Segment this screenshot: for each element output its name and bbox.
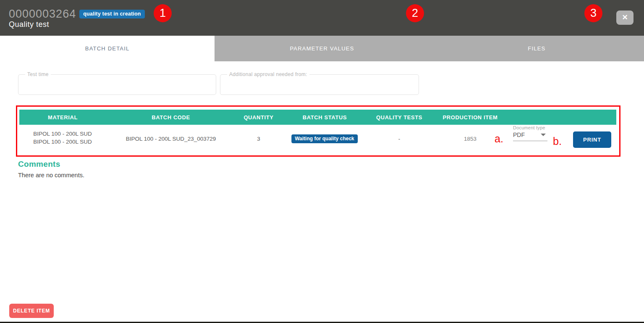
batch-table-annotation-box: MATERIAL BATCH CODE QUANTITY BATCH STATU… bbox=[16, 105, 620, 157]
test-time-input[interactable] bbox=[18, 75, 216, 95]
column-header-material: MATERIAL bbox=[19, 114, 106, 121]
additional-approval-field: Additional approval needed from: bbox=[220, 74, 419, 95]
status-badge: quality test in creation bbox=[79, 10, 144, 18]
tab-files[interactable]: FILES bbox=[429, 36, 644, 61]
column-header-quantity: QUANTITY bbox=[236, 114, 282, 121]
column-header-production-item: PRODUCTION ITEM bbox=[431, 114, 510, 121]
tab-batch-detail-label: BATCH DETAIL bbox=[85, 45, 130, 52]
cell-production-item: 1853 bbox=[464, 136, 476, 142]
annotation-letter-b: b. bbox=[553, 135, 562, 147]
annotation-letter-a: a. bbox=[495, 133, 503, 145]
batch-status-badge: Waiting for quality check bbox=[291, 134, 358, 143]
cell-batch-code: BIPOL 100 - 200L SUD_23_003729 bbox=[126, 136, 216, 142]
chevron-down-icon bbox=[541, 134, 546, 136]
tab-batch-detail[interactable]: BATCH DETAIL bbox=[0, 36, 215, 61]
additional-approval-input[interactable] bbox=[220, 75, 419, 95]
document-type-select[interactable]: Document type PDF bbox=[513, 125, 547, 141]
dialog-header: 0000003264 quality test in creation Qual… bbox=[0, 0, 644, 36]
tab-parameter-values-label: PARAMETER VALUES bbox=[290, 45, 354, 52]
additional-approval-label: Additional approval needed from: bbox=[227, 71, 309, 77]
print-button[interactable]: PRINT bbox=[573, 131, 611, 148]
delete-item-button[interactable]: DELETE ITEM bbox=[9, 304, 54, 318]
annotation-circle-3: 3 bbox=[584, 4, 602, 22]
column-header-batch-status: BATCH STATUS bbox=[282, 114, 368, 121]
close-icon[interactable]: ✕ bbox=[616, 11, 634, 25]
test-time-label: Test time bbox=[25, 71, 51, 77]
tab-bar: BATCH DETAIL PARAMETER VALUES FILES bbox=[0, 36, 644, 61]
material-line-1: BIPOL 100 - 200L SUD bbox=[33, 130, 92, 138]
dialog-subtitle: Quality test bbox=[9, 20, 49, 29]
material-line-2: BIPOL 100 - 200L SUD bbox=[33, 138, 92, 146]
order-number: 0000003264 bbox=[9, 8, 76, 21]
comments-empty-text: There are no comments. bbox=[18, 172, 84, 179]
annotation-circle-1: 1 bbox=[154, 4, 172, 22]
annotation-circle-2: 2 bbox=[406, 4, 424, 22]
column-header-batch-code: BATCH CODE bbox=[106, 114, 236, 121]
test-time-field: Test time bbox=[18, 74, 216, 95]
tab-parameter-values[interactable]: PARAMETER VALUES bbox=[215, 36, 429, 61]
document-type-label: Document type bbox=[513, 125, 547, 130]
tab-files-label: FILES bbox=[528, 45, 545, 52]
cell-quantity: 3 bbox=[257, 136, 260, 142]
cell-material: BIPOL 100 - 200L SUD BIPOL 100 - 200L SU… bbox=[33, 130, 92, 146]
batch-table-header: MATERIAL BATCH CODE QUANTITY BATCH STATU… bbox=[19, 110, 616, 125]
comments-title: Comments bbox=[18, 160, 60, 169]
header-title-row: 0000003264 quality test in creation bbox=[9, 8, 145, 21]
cell-quality-tests: - bbox=[398, 136, 401, 142]
document-type-value: PDF bbox=[513, 131, 525, 138]
column-header-quality-tests: QUALITY TESTS bbox=[368, 114, 431, 121]
